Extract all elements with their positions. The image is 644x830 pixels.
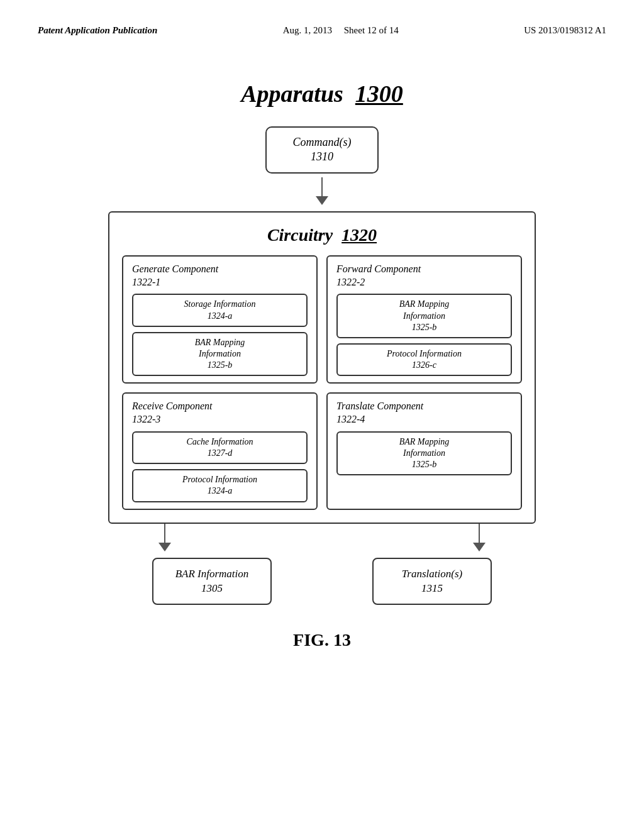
arrow-line-right (479, 524, 480, 543)
receive-component: Receive Component1322-3 Cache Informatio… (122, 392, 318, 509)
translations-line2: 1315 (386, 581, 478, 596)
arrow-to-translations (473, 524, 486, 551)
header-date: Aug. 1, 2013 (283, 25, 332, 35)
arrow-head (316, 196, 328, 205)
generate-component: Generate Component1322-1 Storage Informa… (122, 255, 318, 384)
figure-caption: FIG. 13 (293, 630, 351, 650)
command-line1: Command(s) (286, 135, 358, 150)
translate-component-title: Translate Component1322-4 (336, 400, 512, 426)
apparatus-title: Apparatus 1300 (241, 80, 403, 108)
header-sheet: Sheet 12 of 14 (344, 25, 399, 35)
arrow-line-left (164, 524, 165, 543)
bar-mapping-info-box-3: BAR MappingInformation1325-b (336, 431, 512, 476)
forward-component: Forward Component1322-2 BAR MappingInfor… (326, 255, 522, 384)
main-content: Apparatus 1300 Command(s) 1310 Circuitry… (38, 67, 606, 650)
bar-mapping-info-box-1: BAR MappingInformation1325-b (132, 332, 308, 377)
forward-component-title: Forward Component1322-2 (336, 263, 512, 289)
circuitry-box: Circuitry 1320 Generate Component1322-1 … (108, 211, 536, 524)
arrow-head-right (473, 543, 486, 551)
cache-info-box: Cache Information1327-d (132, 431, 308, 464)
arrow-line (321, 177, 323, 196)
bar-info-line1: BAR Information (166, 567, 258, 582)
arrow-command-to-circuitry (316, 177, 328, 205)
arrow-to-bar-info (158, 524, 171, 551)
page: Patent Application Publication Aug. 1, 2… (0, 0, 644, 830)
translations-line1: Translation(s) (386, 567, 478, 582)
publication-label: Patent Application Publication (38, 25, 157, 36)
protocol-info-box-2: Protocol Information1324-a (132, 469, 308, 502)
arrow-head-left (158, 543, 171, 551)
components-grid: Generate Component1322-1 Storage Informa… (122, 255, 522, 510)
translate-component: Translate Component1322-4 BAR MappingInf… (326, 392, 522, 509)
circuitry-title: Circuitry 1320 (122, 225, 522, 245)
protocol-info-box-1: Protocol Information1326-c (336, 343, 512, 376)
bar-info-line2: 1305 (166, 581, 258, 596)
bar-mapping-info-box-2: BAR MappingInformation1325-b (336, 294, 512, 338)
storage-info-box: Storage Information1324-a (132, 294, 308, 326)
bar-information-box: BAR Information 1305 (152, 558, 272, 606)
header-date-sheet: Aug. 1, 2013 Sheet 12 of 14 (283, 25, 399, 36)
output-boxes-row: BAR Information 1305 Translation(s) 1315 (108, 558, 536, 606)
output-arrows (108, 524, 536, 551)
patent-number: US 2013/0198312 A1 (524, 25, 606, 36)
command-box: Command(s) 1310 (265, 126, 379, 174)
command-line2: 1310 (286, 150, 358, 164)
translations-box: Translation(s) 1315 (372, 558, 492, 606)
page-header: Patent Application Publication Aug. 1, 2… (38, 25, 606, 42)
generate-component-title: Generate Component1322-1 (132, 263, 308, 289)
receive-component-title: Receive Component1322-3 (132, 400, 308, 426)
